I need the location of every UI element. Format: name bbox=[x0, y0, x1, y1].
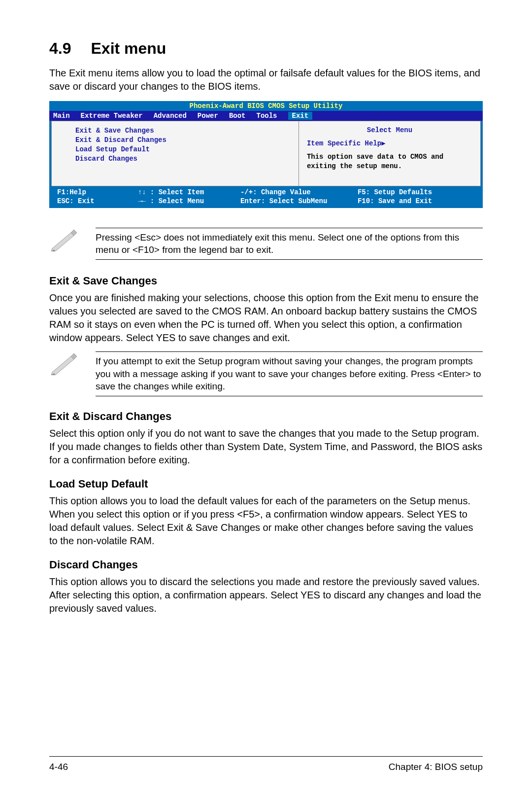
page-footer: 4-46 Chapter 4: BIOS setup bbox=[49, 756, 483, 772]
bios-right-panel: Select Menu Item Specific Help▶ This opt… bbox=[299, 121, 481, 186]
intro-paragraph: The Exit menu items allow you to load th… bbox=[49, 67, 483, 93]
paragraph-exit-save: Once you are finished making your select… bbox=[49, 291, 483, 345]
section-heading: 4.9Exit menu bbox=[49, 39, 483, 58]
page-number: 4-46 bbox=[49, 762, 68, 772]
legend-f5: F5: Setup Defaults bbox=[358, 188, 475, 196]
legend-select-menu: →← : Select Menu bbox=[138, 197, 240, 205]
bios-tab-extreme-tweaker[interactable]: Extreme Tweaker bbox=[81, 112, 143, 120]
note-rule-bottom bbox=[96, 259, 483, 260]
section-number: 4.9 bbox=[49, 39, 71, 58]
bios-item-help-text: This option save data to CMOS and exitin… bbox=[307, 152, 472, 171]
heading-exit-discard: Exit & Discard Changes bbox=[49, 410, 483, 423]
legend-f10: F10: Save and Exit bbox=[358, 197, 475, 205]
note-rule-top bbox=[96, 351, 483, 352]
legend-enter: Enter: Select SubMenu bbox=[240, 197, 358, 205]
note-rule-bottom bbox=[96, 396, 483, 396]
bios-select-menu-label: Select Menu bbox=[307, 126, 472, 134]
section-title-text: Exit menu bbox=[91, 39, 166, 57]
bios-menu-bar: Main Extreme Tweaker Advanced Power Boot… bbox=[49, 111, 483, 121]
bios-tab-exit[interactable]: Exit bbox=[288, 112, 313, 120]
note-rule-top bbox=[96, 228, 483, 228]
bios-item-help-title: Item Specific Help▶ bbox=[307, 139, 472, 147]
heading-exit-save: Exit & Save Changes bbox=[49, 275, 483, 287]
legend-f1: F1:Help bbox=[57, 188, 138, 196]
paragraph-load-default: This option allows you to load the defau… bbox=[49, 494, 483, 548]
bios-utility-title: Phoenix-Award BIOS CMOS Setup Utility bbox=[49, 101, 483, 111]
legend-change-value: -/+: Change Value bbox=[240, 188, 358, 196]
bios-item-exit-save[interactable]: Exit & Save Changes bbox=[75, 126, 291, 136]
note-esc: Pressing <Esc> does not immediately exit… bbox=[49, 228, 483, 263]
bios-tab-advanced[interactable]: Advanced bbox=[154, 112, 187, 120]
legend-esc: ESC: Exit bbox=[57, 197, 138, 205]
bios-item-discard[interactable]: Discard Changes bbox=[75, 154, 291, 164]
legend-select-item: ↑↓ : Select Item bbox=[138, 188, 240, 196]
bios-legend-bar: F1:Help ↑↓ : Select Item -/+: Change Val… bbox=[49, 186, 483, 208]
paragraph-discard: This option allows you to discard the se… bbox=[49, 575, 483, 615]
bios-item-exit-discard[interactable]: Exit & Discard Changes bbox=[75, 136, 291, 145]
note-unsaved: If you attempt to exit the Setup program… bbox=[49, 351, 483, 399]
bios-tab-boot[interactable]: Boot bbox=[229, 112, 246, 120]
note-unsaved-text: If you attempt to exit the Setup program… bbox=[96, 355, 483, 393]
pen-icon bbox=[49, 228, 84, 253]
bios-screenshot: Phoenix-Award BIOS CMOS Setup Utility Ma… bbox=[49, 101, 483, 208]
footer-rule bbox=[49, 756, 483, 757]
note-esc-text: Pressing <Esc> does not immediately exit… bbox=[96, 231, 483, 256]
bios-tab-tools[interactable]: Tools bbox=[256, 112, 277, 120]
bios-item-load-default[interactable]: Load Setup Default bbox=[75, 145, 291, 154]
heading-load-default: Load Setup Default bbox=[49, 478, 483, 490]
bios-tab-main[interactable]: Main bbox=[53, 112, 70, 120]
paragraph-exit-discard: Select this option only if you do not wa… bbox=[49, 427, 483, 467]
pen-icon bbox=[49, 351, 84, 377]
heading-discard: Discard Changes bbox=[49, 558, 483, 571]
bios-tab-power[interactable]: Power bbox=[198, 112, 218, 120]
chapter-label: Chapter 4: BIOS setup bbox=[389, 762, 483, 772]
bios-left-panel: Exit & Save Changes Exit & Discard Chang… bbox=[51, 121, 299, 186]
